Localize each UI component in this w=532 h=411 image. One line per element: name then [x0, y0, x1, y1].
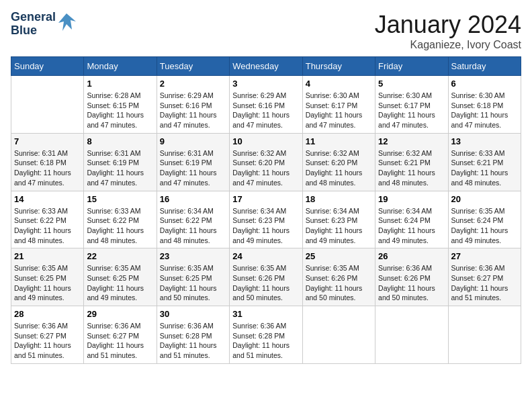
day-info: Sunrise: 6:29 AM Sunset: 6:16 PM Dayligh… [232, 91, 299, 130]
weekday-header-cell: Saturday [448, 57, 521, 76]
day-info: Sunrise: 6:35 AM Sunset: 6:25 PM Dayligh… [14, 263, 81, 303]
day-number: 4 [306, 79, 372, 89]
calendar-day-cell: 15Sunrise: 6:33 AM Sunset: 6:22 PM Dayli… [84, 191, 157, 248]
day-info: Sunrise: 6:36 AM Sunset: 6:27 PM Dayligh… [14, 321, 81, 361]
day-number: 24 [232, 251, 299, 261]
day-info: Sunrise: 6:33 AM Sunset: 6:22 PM Dayligh… [87, 206, 153, 246]
day-number: 30 [160, 309, 226, 319]
calendar-day-cell: 3Sunrise: 6:29 AM Sunset: 6:16 PM Daylig… [230, 76, 302, 134]
day-info: Sunrise: 6:35 AM Sunset: 6:26 PM Dayligh… [306, 263, 372, 303]
calendar-day-cell: 24Sunrise: 6:35 AM Sunset: 6:26 PM Dayli… [230, 248, 302, 306]
day-number: 18 [306, 194, 372, 204]
calendar-day-cell: 10Sunrise: 6:32 AM Sunset: 6:20 PM Dayli… [230, 133, 302, 191]
calendar-day-cell [11, 76, 84, 134]
calendar-week-row: 14Sunrise: 6:33 AM Sunset: 6:22 PM Dayli… [11, 191, 521, 248]
day-number: 5 [378, 79, 445, 89]
day-info: Sunrise: 6:34 AM Sunset: 6:24 PM Dayligh… [378, 206, 445, 246]
calendar-day-cell: 2Sunrise: 6:29 AM Sunset: 6:16 PM Daylig… [157, 76, 229, 134]
calendar-day-cell [448, 306, 521, 364]
calendar-day-cell: 12Sunrise: 6:32 AM Sunset: 6:21 PM Dayli… [375, 133, 448, 191]
day-number: 2 [160, 79, 226, 89]
calendar-day-cell [375, 306, 448, 364]
day-info: Sunrise: 6:34 AM Sunset: 6:23 PM Dayligh… [232, 206, 299, 246]
calendar-day-cell: 5Sunrise: 6:30 AM Sunset: 6:17 PM Daylig… [375, 76, 448, 134]
calendar-week-row: 28Sunrise: 6:36 AM Sunset: 6:27 PM Dayli… [11, 306, 521, 364]
day-number: 22 [87, 251, 153, 261]
day-number: 12 [378, 136, 445, 146]
calendar-day-cell: 23Sunrise: 6:35 AM Sunset: 6:25 PM Dayli… [157, 248, 229, 306]
day-number: 9 [160, 136, 226, 146]
day-info: Sunrise: 6:35 AM Sunset: 6:26 PM Dayligh… [232, 263, 299, 303]
day-info: Sunrise: 6:36 AM Sunset: 6:28 PM Dayligh… [232, 321, 299, 361]
day-info: Sunrise: 6:32 AM Sunset: 6:20 PM Dayligh… [306, 148, 372, 188]
day-number: 11 [306, 136, 372, 146]
day-number: 23 [160, 251, 226, 261]
svg-marker-0 [58, 13, 76, 31]
calendar-day-cell: 29Sunrise: 6:36 AM Sunset: 6:27 PM Dayli… [84, 306, 157, 364]
calendar-day-cell [302, 306, 375, 364]
day-info: Sunrise: 6:33 AM Sunset: 6:21 PM Dayligh… [451, 148, 518, 188]
calendar-day-cell: 13Sunrise: 6:33 AM Sunset: 6:21 PM Dayli… [448, 133, 521, 191]
weekday-header-cell: Tuesday [157, 57, 229, 76]
calendar-day-cell: 4Sunrise: 6:30 AM Sunset: 6:17 PM Daylig… [302, 76, 375, 134]
day-info: Sunrise: 6:31 AM Sunset: 6:18 PM Dayligh… [14, 148, 81, 188]
day-number: 16 [160, 194, 226, 204]
calendar-body: 1Sunrise: 6:28 AM Sunset: 6:15 PM Daylig… [11, 76, 521, 364]
day-number: 3 [232, 79, 299, 89]
day-number: 31 [232, 309, 299, 319]
weekday-header-cell: Sunday [11, 57, 84, 76]
day-info: Sunrise: 6:36 AM Sunset: 6:27 PM Dayligh… [87, 321, 153, 361]
day-info: Sunrise: 6:32 AM Sunset: 6:20 PM Dayligh… [232, 148, 299, 188]
day-info: Sunrise: 6:35 AM Sunset: 6:24 PM Dayligh… [451, 206, 518, 246]
day-number: 10 [232, 136, 299, 146]
day-info: Sunrise: 6:30 AM Sunset: 6:17 PM Dayligh… [378, 91, 445, 130]
day-number: 6 [451, 79, 518, 89]
day-number: 13 [451, 136, 518, 146]
day-info: Sunrise: 6:36 AM Sunset: 6:27 PM Dayligh… [451, 263, 518, 303]
day-number: 17 [232, 194, 299, 204]
calendar-title: January 2024 [375, 11, 521, 39]
calendar-day-cell: 14Sunrise: 6:33 AM Sunset: 6:22 PM Dayli… [11, 191, 84, 248]
day-number: 27 [451, 251, 518, 261]
calendar-day-cell: 30Sunrise: 6:36 AM Sunset: 6:28 PM Dayli… [157, 306, 229, 364]
day-number: 14 [14, 194, 81, 204]
calendar-day-cell: 28Sunrise: 6:36 AM Sunset: 6:27 PM Dayli… [11, 306, 84, 364]
calendar-day-cell: 7Sunrise: 6:31 AM Sunset: 6:18 PM Daylig… [11, 133, 84, 191]
day-info: Sunrise: 6:28 AM Sunset: 6:15 PM Dayligh… [87, 91, 153, 130]
calendar-day-cell: 11Sunrise: 6:32 AM Sunset: 6:20 PM Dayli… [302, 133, 375, 191]
day-info: Sunrise: 6:34 AM Sunset: 6:22 PM Dayligh… [160, 206, 226, 246]
day-number: 19 [378, 194, 445, 204]
calendar-day-cell: 22Sunrise: 6:35 AM Sunset: 6:25 PM Dayli… [84, 248, 157, 306]
day-info: Sunrise: 6:34 AM Sunset: 6:23 PM Dayligh… [306, 206, 372, 246]
calendar-day-cell: 31Sunrise: 6:36 AM Sunset: 6:28 PM Dayli… [230, 306, 302, 364]
calendar-week-row: 1Sunrise: 6:28 AM Sunset: 6:15 PM Daylig… [11, 76, 521, 134]
day-info: Sunrise: 6:29 AM Sunset: 6:16 PM Dayligh… [160, 91, 226, 130]
day-number: 8 [87, 136, 153, 146]
day-info: Sunrise: 6:36 AM Sunset: 6:28 PM Dayligh… [160, 321, 226, 361]
day-number: 29 [87, 309, 153, 319]
page-header: GeneralBlue January 2024 Kaganieze, Ivor… [11, 11, 521, 51]
logo: GeneralBlue [11, 11, 77, 38]
calendar-day-cell: 1Sunrise: 6:28 AM Sunset: 6:15 PM Daylig… [84, 76, 157, 134]
calendar-day-cell: 16Sunrise: 6:34 AM Sunset: 6:22 PM Dayli… [157, 191, 229, 248]
calendar-day-cell: 21Sunrise: 6:35 AM Sunset: 6:25 PM Dayli… [11, 248, 84, 306]
calendar-week-row: 21Sunrise: 6:35 AM Sunset: 6:25 PM Dayli… [11, 248, 521, 306]
calendar-day-cell: 8Sunrise: 6:31 AM Sunset: 6:19 PM Daylig… [84, 133, 157, 191]
weekday-header-cell: Friday [375, 57, 448, 76]
weekday-header-cell: Thursday [302, 57, 375, 76]
day-info: Sunrise: 6:30 AM Sunset: 6:18 PM Dayligh… [451, 91, 518, 130]
day-number: 28 [14, 309, 81, 319]
day-info: Sunrise: 6:32 AM Sunset: 6:21 PM Dayligh… [378, 148, 445, 188]
calendar-day-cell: 6Sunrise: 6:30 AM Sunset: 6:18 PM Daylig… [448, 76, 521, 134]
weekday-header-row: SundayMondayTuesdayWednesdayThursdayFrid… [11, 57, 521, 76]
title-block: January 2024 Kaganieze, Ivory Coast [375, 11, 521, 51]
calendar-day-cell: 25Sunrise: 6:35 AM Sunset: 6:26 PM Dayli… [302, 248, 375, 306]
day-number: 20 [451, 194, 518, 204]
day-info: Sunrise: 6:35 AM Sunset: 6:25 PM Dayligh… [160, 263, 226, 303]
day-number: 21 [14, 251, 81, 261]
day-info: Sunrise: 6:35 AM Sunset: 6:25 PM Dayligh… [87, 263, 153, 303]
calendar-week-row: 7Sunrise: 6:31 AM Sunset: 6:18 PM Daylig… [11, 133, 521, 191]
calendar-table: SundayMondayTuesdayWednesdayThursdayFrid… [11, 56, 521, 364]
day-info: Sunrise: 6:33 AM Sunset: 6:22 PM Dayligh… [14, 206, 81, 246]
weekday-header-cell: Wednesday [230, 57, 302, 76]
